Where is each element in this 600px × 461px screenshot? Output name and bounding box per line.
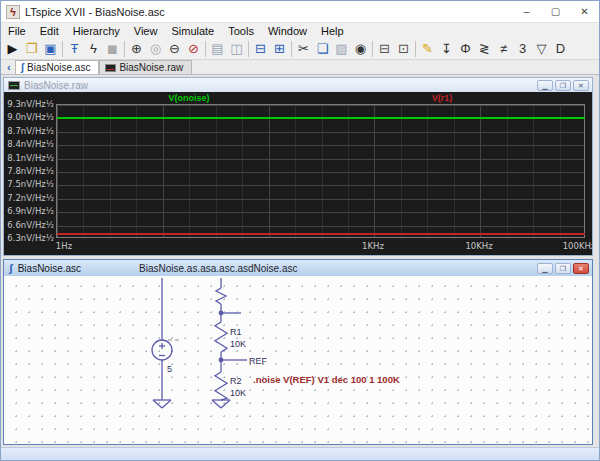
print-button[interactable]: ⊟ — [375, 40, 394, 58]
close-button[interactable]: ✕ — [570, 1, 599, 22]
ref-net-label[interactable]: REF — [249, 356, 268, 366]
v1-value-label[interactable]: 5 — [167, 364, 172, 374]
waveform-window-icon — [8, 81, 20, 90]
tab-label: BiasNoise.asc — [27, 62, 90, 73]
ground-symbol-v1 — [153, 400, 171, 408]
waveform-window-title: BiasNoise.raw — [24, 80, 88, 91]
schematic-window: ʃ BiasNoise.asc BiasNoise.as.asa.asc.asd… — [3, 259, 593, 445]
maximize-button[interactable]: ▢ — [541, 1, 570, 22]
paste-button[interactable]: ▨ — [332, 40, 351, 58]
zoom-in-button[interactable]: ⊕ — [127, 40, 146, 58]
plot-pane-button[interactable]: ◫ — [227, 40, 246, 58]
window-controls: – ▢ ✕ — [512, 1, 599, 22]
ground-button[interactable]: ↧ — [437, 40, 456, 58]
y-tick-label: 7.2nV/Hz½ — [4, 193, 54, 203]
resistor-partial-top[interactable] — [216, 288, 226, 304]
schematic-canvas[interactable]: 5 R1 10K REF R2 — [4, 276, 592, 444]
capacitor-button[interactable]: ≠ — [494, 40, 513, 58]
open-button[interactable]: ❐ — [22, 40, 41, 58]
x-tick-label: 1KHz — [333, 241, 413, 251]
tab-biasnoise-raw[interactable]: BiasNoise.raw — [99, 60, 192, 74]
halt-button[interactable]: ◼ — [103, 40, 122, 58]
waveform-window-controls: ▁ ❐ ✕ — [537, 80, 589, 91]
toolbar: ▶❐▣Ŧϟ◼⊕◎⊖⊘▤◫⊟⊞✂❏▨◉⊟⊡✎↧Φ≷≠3▽D — [1, 39, 599, 60]
r1-value-label[interactable]: 10K — [230, 339, 246, 349]
waveform-restore-button[interactable]: ❐ — [555, 80, 571, 91]
waveform-close-button[interactable]: ✕ — [573, 80, 589, 91]
menu-view[interactable]: View — [127, 25, 165, 37]
plot-settings-button[interactable]: ▤ — [208, 40, 227, 58]
menu-window[interactable]: Window — [261, 25, 314, 37]
y-tick-label: 6.6nV/Hz½ — [4, 220, 54, 230]
schematic-minimize-button[interactable]: ▁ — [537, 263, 553, 274]
r2-value-label[interactable]: 10K — [230, 388, 246, 398]
waveform-window: BiasNoise.raw ▁ ❐ ✕ V(onoise) V(r1) 9.3n… — [3, 77, 593, 256]
x-tick-label: 1Hz — [24, 241, 104, 251]
tab-scroll-left-icon[interactable]: ‹ — [1, 61, 15, 74]
waveform-window-titlebar[interactable]: BiasNoise.raw ▁ ❐ ✕ — [4, 78, 592, 92]
control-panel-button[interactable]: Ŧ — [65, 40, 84, 58]
waveform-plot-area[interactable]: V(onoise) V(r1) 9.3nV/Hz½9.0nV/Hz½8.7nV/… — [4, 92, 592, 255]
waveform-minimize-button[interactable]: ▁ — [537, 80, 553, 91]
plot-grid[interactable] — [56, 104, 585, 238]
schematic-file-icon: ʃ — [21, 62, 24, 73]
menu-simulate[interactable]: Simulate — [164, 25, 221, 37]
mdi-workspace: BiasNoise.raw ▁ ❐ ✕ V(onoise) V(r1) 9.3n… — [1, 75, 599, 461]
trace-vonoise — [57, 117, 585, 119]
resistor-r2[interactable] — [215, 372, 227, 400]
schematic-window-title: BiasNoise.asc — [18, 263, 81, 274]
ltspice-logo-icon: ϟ — [6, 5, 20, 19]
print-preview-button[interactable]: ⊡ — [394, 40, 413, 58]
resistor-button[interactable]: ≷ — [475, 40, 494, 58]
y-tick-label: 9.0nV/Hz½ — [4, 112, 54, 122]
menu-tools[interactable]: Tools — [221, 25, 261, 37]
run-simulation-button[interactable]: ϟ — [84, 40, 103, 58]
tab-biasnoise-asc[interactable]: ʃ BiasNoise.asc — [15, 60, 100, 74]
save-button[interactable]: ▣ — [41, 40, 60, 58]
trace-vr1 — [57, 233, 585, 235]
x-tick-label: 100KHz — [539, 241, 592, 251]
status-strip — [1, 447, 599, 460]
copy-button[interactable]: ❏ — [313, 40, 332, 58]
schematic-window-title-extra: BiasNoise.as.asa.asc.asdNoise.asc — [139, 263, 297, 274]
diode-button[interactable]: ▽ — [532, 40, 551, 58]
label-net-button[interactable]: Φ — [456, 40, 475, 58]
tile-vertical-button[interactable]: ⊞ — [270, 40, 289, 58]
tile-horizontal-button[interactable]: ⊟ — [251, 40, 270, 58]
y-tick-label: 9.3nV/Hz½ — [4, 99, 54, 109]
r1-name-label[interactable]: R1 — [230, 327, 242, 337]
cut-button[interactable]: ✂ — [294, 40, 313, 58]
run-button[interactable]: ▶ — [3, 40, 22, 58]
component-button[interactable]: D — [551, 40, 570, 58]
edit-pencil-button[interactable]: ✎ — [418, 40, 437, 58]
menu-hierarchy[interactable]: Hierarchy — [66, 25, 127, 37]
schematic-close-button[interactable]: ✕ — [573, 263, 589, 274]
x-tick-label: 10KHz — [439, 241, 519, 251]
schematic-window-icon: ʃ — [9, 262, 13, 274]
y-tick-label: 6.9nV/Hz½ — [4, 206, 54, 216]
menu-edit[interactable]: Edit — [33, 25, 66, 37]
menu-help[interactable]: Help — [314, 25, 351, 37]
ltspice-app-window: ϟ LTspice XVII - BiasNoise.asc – ▢ ✕ Fil… — [0, 0, 600, 461]
app-title: LTspice XVII - BiasNoise.asc — [25, 6, 165, 18]
tabbar: ‹ ʃ BiasNoise.asc BiasNoise.raw — [1, 60, 599, 75]
schematic-window-titlebar[interactable]: ʃ BiasNoise.asc BiasNoise.as.asa.asc.asd… — [4, 260, 592, 276]
find-button[interactable]: ◉ — [351, 40, 370, 58]
schematic-drawing: 5 R1 10K REF R2 — [4, 276, 592, 444]
schematic-restore-button[interactable]: ❐ — [555, 263, 571, 274]
zoom-out-button[interactable]: ⊖ — [165, 40, 184, 58]
spice-directive[interactable]: .noise V(REF) V1 dec 100 1 100K — [253, 374, 400, 385]
legend-vr1[interactable]: V(r1) — [412, 93, 472, 103]
y-tick-label: 8.1nV/Hz½ — [4, 153, 54, 163]
y-tick-label: 8.4nV/Hz½ — [4, 139, 54, 149]
zoom-full-button[interactable]: ⊘ — [184, 40, 203, 58]
menu-file[interactable]: File — [1, 25, 33, 37]
resistor-r1[interactable] — [215, 322, 227, 352]
r2-name-label[interactable]: R2 — [230, 376, 242, 386]
inductor-button[interactable]: 3 — [513, 40, 532, 58]
tab-label: BiasNoise.raw — [119, 62, 183, 73]
minimize-button[interactable]: – — [512, 1, 541, 22]
legend-vonoise[interactable]: V(onoise) — [134, 93, 244, 103]
y-tick-label: 8.7nV/Hz½ — [4, 126, 54, 136]
zoom-back-button[interactable]: ◎ — [146, 40, 165, 58]
